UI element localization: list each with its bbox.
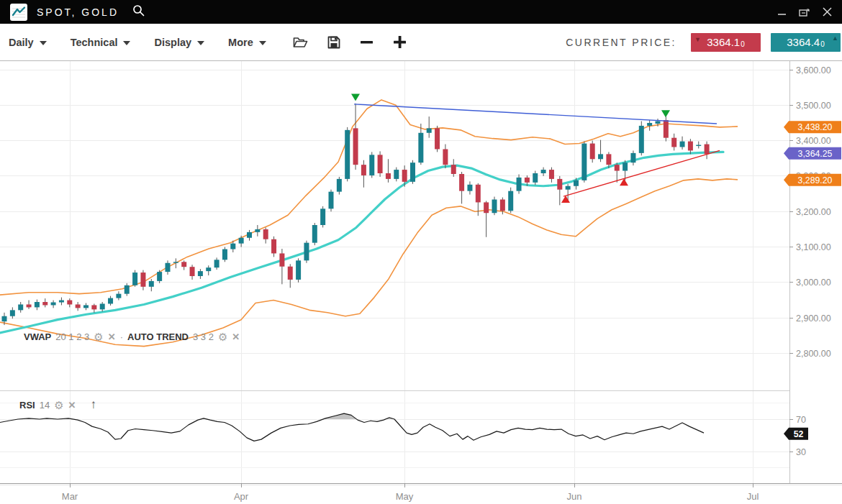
app-logo-icon — [10, 4, 27, 21]
price-chart-canvas[interactable]: 3,600.003,500.003,400.003,300.003,200.00… — [0, 61, 842, 504]
menu-more[interactable]: More — [228, 37, 266, 48]
candle-bullish — [10, 310, 15, 316]
candle-bullish — [418, 133, 423, 162]
candle-bearish — [190, 267, 195, 276]
save-icon[interactable] — [327, 36, 340, 49]
candle-bullish — [108, 298, 113, 304]
chevron-down-icon — [123, 41, 130, 45]
month-label: May — [396, 491, 414, 502]
candle-bullish — [337, 179, 342, 192]
candle-bearish — [443, 149, 448, 165]
zoom-in-button[interactable] — [393, 35, 407, 49]
candle-bearish — [361, 165, 366, 175]
candle-bearish — [378, 155, 383, 173]
candle-bullish — [598, 154, 603, 159]
candle-bullish — [581, 144, 587, 180]
close-icon[interactable]: ✕ — [108, 332, 116, 342]
menu-technical[interactable]: Technical — [71, 37, 131, 48]
candle-bullish — [329, 192, 334, 209]
minimize-button[interactable] — [778, 8, 787, 17]
sell-signal-marker — [661, 110, 670, 117]
restore-button[interactable] — [799, 7, 810, 17]
candle-bullish — [517, 178, 522, 191]
separator-dot: · — [120, 331, 123, 342]
bid-price-pip: 0 — [741, 40, 745, 48]
candle-bearish — [76, 304, 81, 308]
month-label: Mar — [62, 491, 78, 502]
price-tick-label: 2,900.00 — [796, 313, 831, 324]
candle-bullish — [467, 185, 472, 191]
buy-signal-marker — [561, 196, 570, 203]
close-icon[interactable]: ✕ — [68, 400, 76, 410]
window-controls — [778, 7, 832, 17]
candle-bearish — [271, 239, 276, 254]
candle-bearish — [263, 229, 268, 239]
zoom-out-button[interactable] — [360, 35, 374, 49]
vwap-params: 20 1 2 3 — [55, 331, 89, 342]
candle-bearish — [705, 145, 710, 155]
candle-bullish — [574, 180, 579, 186]
candle-bullish — [222, 249, 227, 260]
candle-bullish — [410, 162, 415, 182]
candle-bearish — [27, 304, 32, 307]
rsi-tick-label: 70 — [796, 415, 806, 425]
candle-bullish — [166, 263, 171, 272]
candle-bearish — [590, 144, 595, 160]
trendline-resistance — [354, 104, 717, 124]
candle-bearish — [615, 165, 620, 170]
candle-bearish — [435, 128, 440, 149]
rsi-value-badge-label: 52 — [794, 429, 804, 439]
candle-bullish — [198, 271, 203, 276]
candle-bearish — [288, 267, 293, 280]
gear-icon[interactable]: ⚙ — [218, 331, 227, 342]
month-label: Jun — [567, 491, 582, 502]
candle-bearish — [459, 174, 464, 191]
candle-bullish — [157, 272, 162, 281]
indicator-row-vwap: VWAP 20 1 2 3 ⚙ ✕ · AUTO TREND 3 3 2 ⚙ ✕ — [24, 331, 240, 342]
candle-bullish — [304, 243, 309, 261]
candle-bullish — [116, 294, 121, 298]
ask-price-value: 3364.4 — [787, 36, 820, 48]
price-level-badge-label: 3,289.20 — [798, 175, 833, 185]
candle-bearish — [402, 170, 407, 182]
bid-price-value: 3364.1 — [707, 36, 740, 48]
candle-bearish — [91, 305, 96, 309]
rsi-label: RSI — [19, 400, 35, 411]
candle-bullish — [656, 122, 661, 124]
move-pane-up-icon[interactable]: ↑ — [91, 398, 97, 412]
candle-bullish — [2, 316, 7, 321]
toolbar: Daily Technical Display More — [0, 24, 842, 61]
menu-technical-label: Technical — [71, 37, 118, 48]
close-button[interactable] — [823, 7, 832, 17]
search-icon[interactable] — [132, 4, 145, 19]
price-tick-label: 3,400.00 — [796, 136, 831, 146]
price-tick-label: 3,000.00 — [796, 278, 831, 288]
menu-display[interactable]: Display — [154, 37, 204, 48]
candle-bearish — [484, 202, 489, 213]
candle-bullish — [320, 209, 325, 225]
candle-bearish — [525, 178, 530, 183]
menu-daily[interactable]: Daily — [9, 37, 47, 48]
candle-bullish — [345, 130, 350, 179]
candle-bullish — [125, 285, 130, 294]
candle-bearish — [557, 179, 562, 190]
price-tick-label: 3,600.00 — [796, 65, 831, 75]
vwap-line — [0, 152, 723, 333]
gear-icon[interactable]: ⚙ — [94, 331, 103, 342]
auto-trend-params: 3 3 2 — [193, 331, 214, 342]
candle-bullish — [239, 238, 244, 244]
gear-icon[interactable]: ⚙ — [54, 400, 63, 411]
close-icon[interactable]: ✕ — [232, 332, 240, 342]
candle-bearish — [476, 185, 481, 203]
price-tick-label: 3,100.00 — [796, 242, 831, 252]
candle-bearish — [606, 154, 611, 165]
open-folder-icon[interactable] — [293, 36, 308, 48]
candle-bullish — [51, 303, 56, 306]
candle-bullish — [247, 232, 252, 238]
chevron-down-icon — [259, 41, 266, 45]
sell-signal-marker — [351, 93, 360, 101]
bid-price-badge: ▼ 3364.1 0 — [691, 33, 761, 52]
candle-bearish — [664, 120, 669, 138]
menu-display-label: Display — [154, 37, 191, 48]
window-title: SPOT, GOLD — [37, 6, 119, 18]
